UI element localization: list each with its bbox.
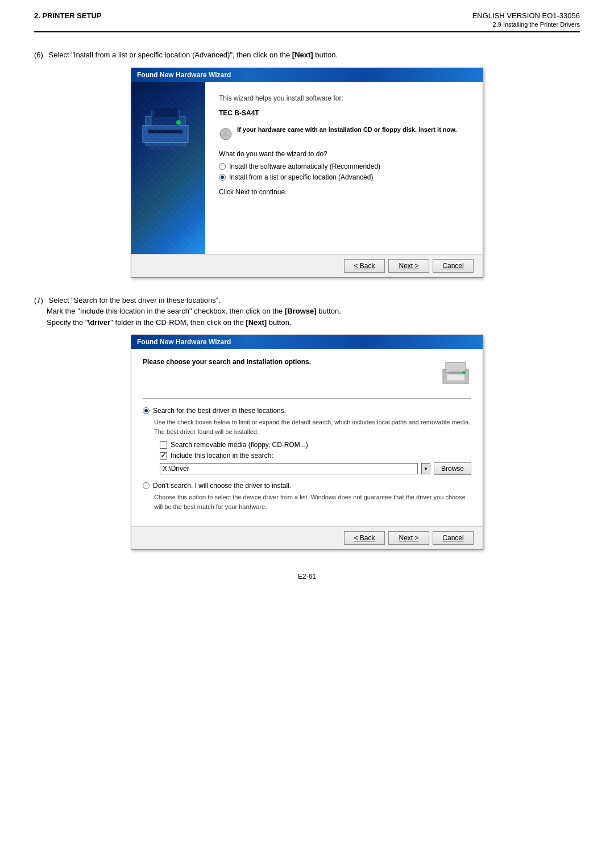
step-7-text2: Mark the "Include this location in the s… <box>47 307 341 315</box>
svg-rect-0 <box>131 82 205 253</box>
wizard-1-footer: < Back Next > Cancel <box>131 254 483 277</box>
svg-rect-14 <box>449 372 463 374</box>
svg-rect-5 <box>148 130 182 133</box>
wizard-1-back-button[interactable]: < Back <box>344 259 385 273</box>
svg-rect-3 <box>151 111 180 125</box>
radio-manual[interactable] <box>219 174 226 181</box>
wizard-2-back-button[interactable]: < Back <box>344 531 385 545</box>
radio-option-1[interactable]: Install the software automatically (Reco… <box>219 162 469 170</box>
svg-rect-4 <box>154 108 177 116</box>
page-footer: E2-61 <box>34 573 580 581</box>
wizard-2-next-button[interactable]: Next > <box>388 531 429 545</box>
wizard-2-body: Please choose your search and installati… <box>131 349 483 526</box>
step-7-driver-bold: \driver <box>88 318 111 327</box>
step-7-block: (7) Select “Search for the best driver i… <box>34 295 580 550</box>
checkbox-removable[interactable]: Search removable media (floppy, CD-ROM..… <box>160 441 471 449</box>
wizard-1-left-panel <box>131 82 205 254</box>
location-input[interactable] <box>160 463 418 474</box>
wizard-question: What do you want the wizard to do? <box>219 150 469 158</box>
radio-search-best-label: Search for the best driver in these loca… <box>153 407 286 415</box>
step-6-block: (6) Select "Install from a list or speci… <box>34 49 580 278</box>
checkbox-location-box[interactable] <box>160 452 167 460</box>
step-7-number: (7) <box>34 296 43 304</box>
step-7-text4: Specify the "\driver" folder in the CD-R… <box>47 318 292 327</box>
section-text: 2.9 Installing the Printer Drivers <box>472 21 580 28</box>
wizard-cd-note: If your hardware came with an installati… <box>219 126 469 141</box>
svg-rect-12 <box>446 362 466 373</box>
svg-rect-1 <box>146 116 185 145</box>
wizard-1-dialog: Found New Hardware Wizard <box>131 68 483 278</box>
svg-rect-13 <box>447 374 464 381</box>
step-6-number: (6) <box>34 51 43 59</box>
page-number: E2-61 <box>298 573 316 581</box>
step-6-text: Select "Install from a list or specific … <box>49 51 338 59</box>
content-area: (6) Select "Install from a list or speci… <box>34 49 580 550</box>
wizard-2-divider <box>143 398 471 399</box>
header-right: ENGLISH VERSION EO1-33056 2.9 Installing… <box>472 11 580 28</box>
wizard-2-printer-icon <box>440 358 471 389</box>
dont-search-subtext: Choose this option to select the device … <box>154 493 471 511</box>
radio-search-best-circle[interactable] <box>143 407 150 414</box>
wizard-1-next-button[interactable]: Next > <box>388 259 429 273</box>
checkbox-location[interactable]: Include this location in the search: <box>160 452 471 460</box>
step-7-next-bold: [Next] <box>246 318 267 327</box>
wizard-2-title: Please choose your search and installati… <box>143 358 311 366</box>
svg-point-10 <box>225 133 227 135</box>
checkbox-removable-box[interactable] <box>160 441 167 449</box>
step-7-intro: (7) Select “Search for the best driver i… <box>34 295 580 328</box>
wizard-1-cancel-button[interactable]: Cancel <box>433 259 474 273</box>
step-6-bold: [Next] <box>292 51 313 59</box>
radio-auto-label: Install the software automatically (Reco… <box>229 162 380 170</box>
radio-dont-search-label: Don't search. I will choose the driver t… <box>153 482 291 490</box>
browse-button[interactable]: Browse <box>434 462 471 475</box>
svg-rect-7 <box>148 145 182 149</box>
chapter-title: 2. PRINTER SETUP <box>34 11 101 20</box>
cd-note-text: If your hardware came with an installati… <box>237 126 457 133</box>
svg-point-6 <box>176 120 181 124</box>
wizard-2-titlebar: Found New Hardware Wizard <box>131 335 483 349</box>
search-best-subtext: Use the check boxes below to limit or ex… <box>154 418 471 436</box>
wizard-2-header-row: Please choose your search and installati… <box>143 358 471 389</box>
wizard-2-dialog: Found New Hardware Wizard Please choose … <box>131 335 483 550</box>
wizard-1-right-content: This wizard helps you install software f… <box>205 82 483 254</box>
page-header: 2. PRINTER SETUP ENGLISH VERSION EO1-330… <box>34 11 580 32</box>
step-7-browse-bold: [Browse] <box>285 307 317 315</box>
svg-rect-2 <box>143 125 188 142</box>
dont-search-option[interactable]: Don't search. I will choose the driver t… <box>143 482 471 490</box>
search-best-driver-option: Search for the best driver in these loca… <box>143 407 471 475</box>
svg-point-15 <box>462 371 466 374</box>
checkbox-removable-label: Search removable media (floppy, CD-ROM..… <box>171 441 308 449</box>
wizard-click-text: Click Next to continue. <box>219 188 469 196</box>
location-dropdown[interactable]: ▼ <box>421 463 430 474</box>
step-6-intro: (6) Select "Install from a list or speci… <box>34 49 580 61</box>
wizard-1-body: This wizard helps you install software f… <box>131 82 483 254</box>
radio-manual-label: Install from a list or specific location… <box>229 173 373 181</box>
radio-dont-search[interactable] <box>143 482 150 489</box>
radio-auto[interactable] <box>219 163 226 170</box>
wizard-device-name: TEC B-SA4T <box>219 109 469 117</box>
checkbox-location-label: Include this location in the search: <box>171 452 273 460</box>
wizard-2-cancel-button[interactable]: Cancel <box>433 531 474 545</box>
wizard-helper-text: This wizard helps you install software f… <box>219 93 469 103</box>
step-7-text1: Select “Search for the best driver in th… <box>49 296 221 304</box>
wizard-1-titlebar: Found New Hardware Wizard <box>131 68 483 82</box>
radio-search-best[interactable]: Search for the best driver in these loca… <box>143 407 471 415</box>
wizard-2-footer: < Back Next > Cancel <box>131 526 483 549</box>
location-row: ▼ Browse <box>160 462 471 475</box>
version-text: ENGLISH VERSION EO1-33056 <box>472 11 580 20</box>
cd-icon <box>219 127 233 141</box>
radio-option-2[interactable]: Install from a list or specific location… <box>219 173 469 181</box>
